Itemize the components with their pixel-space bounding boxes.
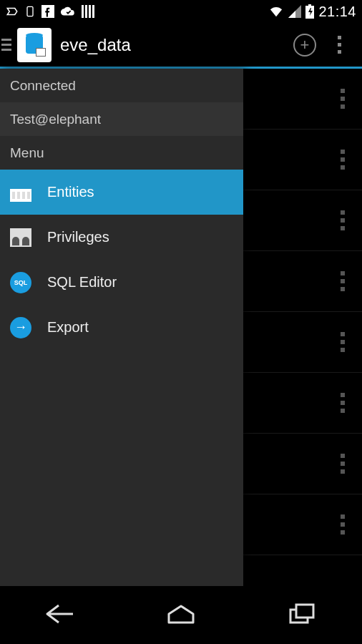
bars-icon xyxy=(82,5,94,18)
drawer-item-privileges[interactable]: Privileges xyxy=(0,215,243,260)
item-menu-icon[interactable] xyxy=(341,271,345,291)
sql-icon: SQL xyxy=(10,272,31,293)
drawer-menu-header: Menu xyxy=(0,136,243,170)
overflow-menu-button[interactable] xyxy=(322,28,356,62)
wifi-icon xyxy=(268,5,284,18)
recents-button[interactable] xyxy=(273,597,331,631)
status-time: 21:14 xyxy=(318,4,356,20)
entities-icon xyxy=(10,182,31,203)
svg-rect-7 xyxy=(308,4,311,6)
item-menu-icon[interactable] xyxy=(341,210,345,230)
svg-rect-5 xyxy=(92,5,94,18)
item-menu-icon[interactable] xyxy=(341,150,345,170)
drawer-item-label: Privileges xyxy=(47,229,109,245)
notification-icon xyxy=(6,5,19,18)
facebook-icon xyxy=(41,5,54,18)
cloud-icon xyxy=(60,6,76,17)
status-right: 21:14 xyxy=(268,4,356,20)
drawer-toggle-icon[interactable] xyxy=(0,31,14,59)
svg-rect-0 xyxy=(27,6,33,16)
drawer-item-label: Export xyxy=(47,319,89,336)
app-bar: eve_data + xyxy=(0,23,362,69)
overflow-icon xyxy=(338,36,341,54)
back-button[interactable] xyxy=(31,597,89,631)
app-title: eve_data xyxy=(60,35,288,55)
svg-rect-2 xyxy=(82,5,84,18)
battery-icon xyxy=(305,4,314,19)
svg-rect-9 xyxy=(296,605,313,618)
drawer-item-label: SQL Editor xyxy=(47,274,117,291)
item-menu-icon[interactable] xyxy=(341,89,345,109)
drawer-item-sql-editor[interactable]: SQL SQL Editor xyxy=(0,260,243,305)
drawer-account-item[interactable]: Test@elephant xyxy=(0,102,243,136)
drawer-item-label: Entities xyxy=(47,184,94,200)
home-icon xyxy=(166,604,196,624)
plus-icon: + xyxy=(293,34,316,57)
export-icon: → xyxy=(10,317,31,338)
back-icon xyxy=(44,602,76,625)
status-bar: 21:14 xyxy=(0,0,362,23)
signal-icon xyxy=(288,5,301,18)
drawer-item-entities[interactable]: Entities xyxy=(0,170,243,215)
item-menu-icon[interactable] xyxy=(341,393,345,413)
add-button[interactable]: + xyxy=(288,28,322,62)
svg-rect-3 xyxy=(85,5,87,18)
device-icon xyxy=(24,4,36,19)
recents-icon xyxy=(288,602,315,625)
svg-rect-4 xyxy=(89,5,91,18)
app-icon[interactable] xyxy=(17,28,52,62)
system-nav-bar xyxy=(0,586,362,642)
navigation-drawer: Connected Test@elephant Menu Entities Pr… xyxy=(0,69,243,586)
item-menu-icon[interactable] xyxy=(341,514,345,535)
home-button[interactable] xyxy=(152,597,210,631)
item-menu-icon[interactable] xyxy=(341,332,345,352)
content-area: Connected Test@elephant Menu Entities Pr… xyxy=(0,69,362,586)
item-menu-icon[interactable] xyxy=(341,454,345,474)
drawer-connected-header: Connected xyxy=(0,69,243,102)
privileges-icon xyxy=(10,227,31,248)
status-left xyxy=(6,4,94,19)
drawer-item-export[interactable]: → Export xyxy=(0,305,243,350)
